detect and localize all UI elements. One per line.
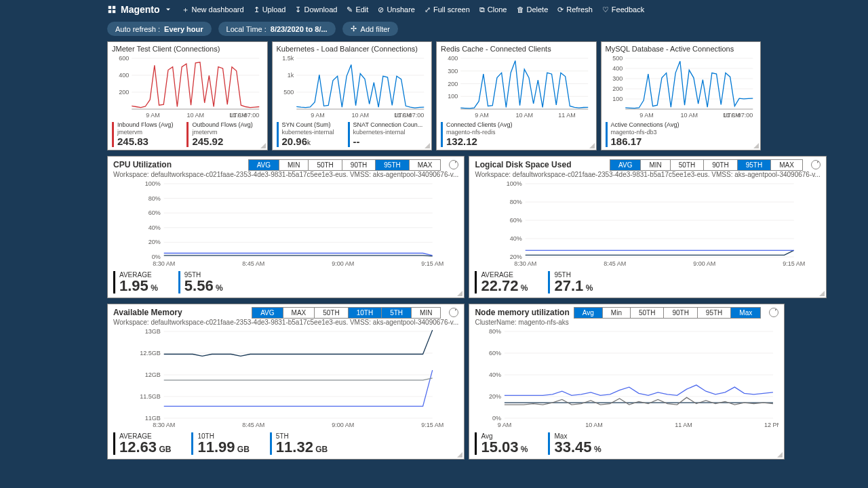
dashboard-title[interactable]: Magento xyxy=(107,4,172,15)
toolbar-new-dashboard[interactable]: ＋New dashboard xyxy=(182,5,244,15)
svg-text:80%: 80% xyxy=(489,328,501,335)
big-tile-title: Node memory utilization xyxy=(475,308,569,317)
big-metric: 95TH 27.1 % xyxy=(548,271,593,293)
big-chart: 0%20%40%60%80%9 AM10 AM11 AM12 PM xyxy=(475,326,778,428)
seg-90th[interactable]: 90TH xyxy=(704,160,737,170)
chart-tile[interactable]: MySQL Database - Active Connections 1002… xyxy=(601,41,762,150)
resize-handle[interactable] xyxy=(589,143,595,148)
svg-text:40%: 40% xyxy=(149,224,161,231)
metric-block: Active Connections (Avg) magento-nfs-db3… xyxy=(606,122,679,147)
workspace-subtitle: ClusterName: magento-nfs-aks xyxy=(475,319,778,326)
mini-chart: 100200300400500 9 AM10 AM11 AM UTC-07:00 xyxy=(606,54,757,119)
chevron-down-icon xyxy=(164,5,172,14)
svg-text:11 AM: 11 AM xyxy=(675,422,693,428)
seg-max[interactable]: Max xyxy=(731,308,760,318)
seg-90th[interactable]: 90TH xyxy=(342,160,376,170)
seg-90th[interactable]: 90TH xyxy=(664,308,697,318)
svg-text:10 AM: 10 AM xyxy=(186,112,204,119)
resize-handle[interactable] xyxy=(457,452,462,458)
seg-min[interactable]: Min xyxy=(603,308,631,318)
chart-tile[interactable]: Kubernetes - Load Balancer (Connections)… xyxy=(272,41,433,150)
resize-handle[interactable] xyxy=(777,452,783,458)
svg-text:9:15 AM: 9:15 AM xyxy=(421,260,443,266)
big-chart-tile[interactable]: Logical Disk Space Used AVGMIN50TH90TH95… xyxy=(469,156,826,298)
refresh-icon[interactable] xyxy=(769,308,778,317)
seg-max[interactable]: MAX xyxy=(410,160,441,170)
svg-text:10 AM: 10 AM xyxy=(586,422,604,428)
seg-50th[interactable]: 50TH xyxy=(315,308,348,318)
big-chart-tile[interactable]: Node memory utilization AvgMin50TH90TH95… xyxy=(469,304,785,460)
big-metric: Avg 15.03 % xyxy=(475,432,528,455)
toolbar-clone[interactable]: ⧉Clone xyxy=(479,5,507,15)
big-charts-row-2: Available Memory AVGMAX50TH10TH5THMIN Wo… xyxy=(0,304,868,465)
seg-95th[interactable]: 95TH xyxy=(376,160,409,170)
toolbar-edit[interactable]: ✎Edit xyxy=(347,5,368,15)
chart-tile[interactable]: Redis Cache - Connected Clients 10020030… xyxy=(436,41,597,150)
seg-50th[interactable]: 50TH xyxy=(309,160,342,170)
seg-avg[interactable]: AVG xyxy=(610,160,641,170)
svg-text:20%: 20% xyxy=(510,253,522,260)
toolbar-feedback[interactable]: ♡Feedback xyxy=(602,5,644,15)
seg-avg[interactable]: AVG xyxy=(252,308,283,318)
seg-10th[interactable]: 10TH xyxy=(349,308,382,318)
svg-text:100%: 100% xyxy=(507,180,522,187)
aggregation-segments: AVGMAX50TH10TH5THMIN xyxy=(252,307,441,319)
refresh-icon[interactable] xyxy=(811,160,821,169)
svg-text:60%: 60% xyxy=(489,350,501,357)
svg-text:200: 200 xyxy=(612,85,623,92)
time-range-pill[interactable]: Local Time : 8/23/2020 to 8/... xyxy=(218,22,336,36)
seg-avg[interactable]: Avg xyxy=(574,308,603,318)
svg-text:UTC-07:00: UTC-07:00 xyxy=(723,112,753,119)
toolbar-download[interactable]: ↧Download xyxy=(295,5,337,15)
seg-95th[interactable]: 95TH xyxy=(738,160,771,170)
big-chart: 0%20%40%60%80%100%8:30 AM8:45 AM9:00 AM9… xyxy=(113,178,458,266)
svg-text:9 AM: 9 AM xyxy=(639,112,654,119)
svg-text:60%: 60% xyxy=(149,209,161,216)
workspace-subtitle: Workspace: defaultworkspace-c021faae-235… xyxy=(113,319,458,326)
toolbar-refresh[interactable]: ⟳Refresh xyxy=(557,5,593,15)
refresh-icon[interactable] xyxy=(449,160,458,169)
seg-min[interactable]: MIN xyxy=(641,160,670,170)
resize-handle[interactable] xyxy=(819,291,825,296)
seg-95th[interactable]: 95TH xyxy=(698,308,731,318)
svg-text:8:45 AM: 8:45 AM xyxy=(604,260,627,266)
seg-50th[interactable]: 50TH xyxy=(671,160,704,170)
add-filter-button[interactable]: ✢ Add filter xyxy=(342,22,398,36)
big-chart-tile[interactable]: Available Memory AVGMAX50TH10TH5THMIN Wo… xyxy=(107,304,465,460)
resize-handle[interactable] xyxy=(260,143,266,148)
svg-text:9 AM: 9 AM xyxy=(498,422,512,428)
seg-max[interactable]: MAX xyxy=(771,160,802,170)
svg-text:11 AM: 11 AM xyxy=(558,112,576,119)
svg-text:8:30 AM: 8:30 AM xyxy=(153,260,175,266)
filter-icon: ✢ xyxy=(351,24,357,33)
seg-avg[interactable]: AVG xyxy=(249,160,279,170)
mini-chart: 200400600 9 AM10 AM11 AM UTC-07:00 xyxy=(112,54,263,119)
seg-min[interactable]: MIN xyxy=(412,308,440,318)
resize-handle[interactable] xyxy=(457,291,462,296)
svg-text:500: 500 xyxy=(283,89,294,96)
seg-min[interactable]: MIN xyxy=(279,160,309,170)
svg-text:400: 400 xyxy=(448,55,458,62)
seg-50th[interactable]: 50TH xyxy=(631,308,664,318)
svg-text:20%: 20% xyxy=(149,239,161,245)
resize-handle[interactable] xyxy=(425,143,430,148)
refresh-icon[interactable] xyxy=(449,308,458,317)
seg-5th[interactable]: 5TH xyxy=(382,308,412,318)
chart-tile[interactable]: JMeter Test Client (Connections) 2004006… xyxy=(107,41,268,150)
big-chart: 11GB11.5GB12GB12.5GB13GB8:30 AM8:45 AM9:… xyxy=(113,326,458,428)
svg-text:300: 300 xyxy=(612,75,623,82)
resize-handle[interactable] xyxy=(753,143,759,148)
svg-text:8:30 AM: 8:30 AM xyxy=(515,260,537,266)
svg-text:11GB: 11GB xyxy=(145,415,161,422)
big-chart-tile[interactable]: CPU Utilization AVGMIN50TH90TH95THMAX Wo… xyxy=(107,156,465,298)
toolbar-upload[interactable]: ↥Upload xyxy=(254,5,286,15)
toolbar-full-screen[interactable]: ⤢Full screen xyxy=(425,5,470,15)
toolbar-delete[interactable]: 🗑Delete xyxy=(517,5,549,15)
svg-text:20%: 20% xyxy=(489,393,501,400)
seg-max[interactable]: MAX xyxy=(283,308,315,318)
svg-text:10 AM: 10 AM xyxy=(680,112,698,119)
auto-refresh-pill[interactable]: Auto refresh : Every hour xyxy=(107,22,212,36)
mini-chart: 5001k1.5k 9 AM10 AM11 AM UTC-07:00 xyxy=(277,54,428,119)
toolbar-icon: ＋ xyxy=(182,5,189,15)
toolbar-unshare[interactable]: ⊘Unshare xyxy=(378,5,415,15)
